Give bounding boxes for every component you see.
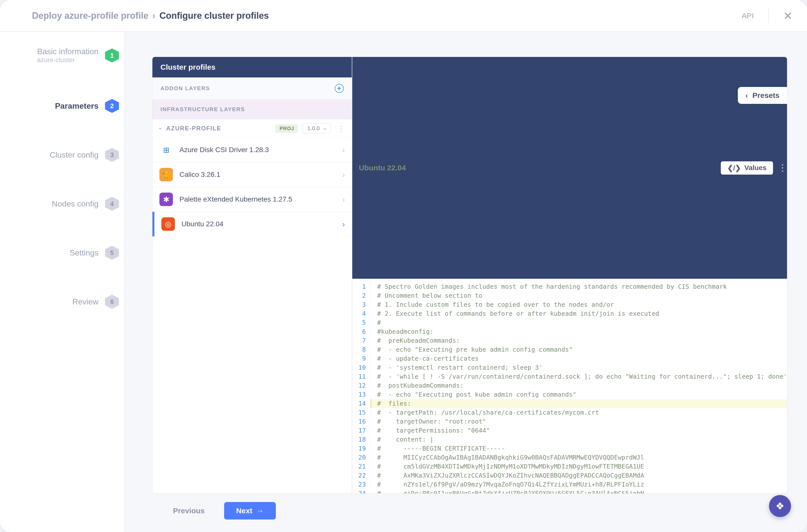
step-badge: 4 [105, 197, 119, 211]
presets-button[interactable]: ‹ Presets [738, 87, 787, 104]
step-badge: 2 [105, 99, 119, 113]
pack-icon: ✱ [159, 193, 173, 206]
code-editor[interactable]: 1234567891011121314151617181920212223242… [352, 279, 787, 494]
next-button-label: Next [236, 507, 252, 515]
pack-name: Palette eXtended Kubernetes 1.27.5 [180, 195, 292, 203]
presets-label: Presets [753, 91, 780, 100]
pack-row[interactable]: ◎Ubuntu 22.04› [152, 212, 352, 236]
editor-menu-icon[interactable]: ⋮ [778, 163, 787, 173]
values-button[interactable]: ❮/❯ Values [721, 162, 773, 175]
pack-name: Ubuntu 22.04 [181, 220, 223, 228]
pack-name: Calico 3.26.1 [180, 171, 220, 178]
breadcrumb-current: Configure cluster profiles [159, 11, 269, 21]
step-label: Parameters [55, 101, 98, 111]
cluster-profiles-title: Cluster profiles [152, 57, 352, 77]
step-basic-information[interactable]: Basic informationazure-cluster1 [0, 47, 119, 64]
chevron-right-icon: › [342, 195, 345, 204]
addon-layers-label: ADDON LAYERS [161, 85, 210, 92]
breadcrumb-root[interactable]: Deploy azure-profile profile [32, 11, 148, 21]
step-review[interactable]: Review6 [0, 295, 119, 309]
next-button[interactable]: Next → [224, 502, 276, 519]
step-label: Nodes config [52, 199, 99, 209]
api-link[interactable]: API [742, 12, 754, 20]
infra-layers-label: INFRASTRUCTURE LAYERS [161, 106, 245, 113]
help-icon: ❖ [775, 500, 785, 512]
step-label: Review [72, 297, 98, 306]
pack-icon: ⊞ [159, 143, 173, 157]
addon-layers-header[interactable]: ADDON LAYERS + [152, 77, 352, 100]
previous-button[interactable]: Previous [161, 502, 217, 519]
line-gutter: 1234567891011121314151617181920212223242… [352, 279, 371, 494]
chevron-down-icon: › [157, 127, 164, 130]
infra-layers-header: INFRASTRUCTURE LAYERS [152, 100, 352, 119]
pack-icon: 🐈 [159, 168, 173, 181]
breadcrumb-sep: › [152, 11, 155, 21]
step-label: Cluster config [50, 150, 99, 159]
pack-row[interactable]: ✱Palette eXtended Kubernetes 1.27.5› [152, 187, 352, 212]
add-addon-layer-icon[interactable]: + [335, 84, 344, 93]
step-badge: 1 [105, 49, 119, 62]
step-nodes-config[interactable]: Nodes config4 [0, 197, 119, 211]
help-fab[interactable]: ❖ [769, 495, 791, 517]
pack-editor-panel: Ubuntu 22.04 ❮/❯ Values ⋮ 12345678910111… [352, 57, 787, 494]
values-button-label: Values [744, 164, 767, 172]
pack-editor-title: Ubuntu 22.04 [359, 164, 406, 172]
step-badge: 3 [105, 148, 119, 162]
profile-version-select[interactable]: 1.0.0 [303, 124, 331, 133]
step-badge: 6 [105, 295, 119, 309]
profile-row[interactable]: › AZURE-PROFILE PROJ 1.0.0 ⋮ [152, 119, 352, 138]
close-icon[interactable]: ✕ [783, 10, 792, 22]
breadcrumb: Deploy azure-profile profile › Configure… [32, 11, 269, 21]
wizard-footer: Previous Next → [152, 494, 787, 522]
pack-row[interactable]: 🐈Calico 3.26.1› [152, 162, 352, 187]
pack-row[interactable]: ⊞Azure Disk CSI Driver 1.28.3› [152, 138, 352, 162]
step-settings[interactable]: Settings5 [0, 246, 119, 260]
pack-name: Azure Disk CSI Driver 1.28.3 [180, 146, 269, 154]
cluster-profiles-panel: Cluster profiles ADDON LAYERS + INFRASTR… [152, 57, 352, 494]
profile-menu-icon[interactable]: ⋮ [337, 124, 345, 133]
pack-icon: ◎ [162, 217, 175, 231]
arrow-right-icon: → [256, 507, 264, 515]
step-parameters[interactable]: Parameters2 [0, 99, 119, 113]
profile-name: AZURE-PROFILE [166, 125, 221, 132]
code-icon: ❮/❯ [727, 164, 741, 172]
step-label: Basic informationazure-cluster [37, 47, 98, 64]
step-cluster-config[interactable]: Cluster config3 [0, 148, 119, 162]
chevron-right-icon: › [342, 170, 345, 179]
chevron-right-icon: › [342, 145, 345, 155]
wizard-stepper: Basic informationazure-cluster1Parameter… [0, 32, 125, 532]
step-label: Settings [70, 248, 99, 258]
step-badge: 5 [105, 246, 119, 260]
code-area[interactable]: # Spectro Golden images includes most of… [371, 279, 787, 494]
chevron-left-icon: ‹ [746, 91, 748, 100]
header-divider [768, 9, 769, 23]
chevron-right-icon: › [342, 220, 345, 229]
profile-scope-tag: PROJ [276, 124, 298, 133]
